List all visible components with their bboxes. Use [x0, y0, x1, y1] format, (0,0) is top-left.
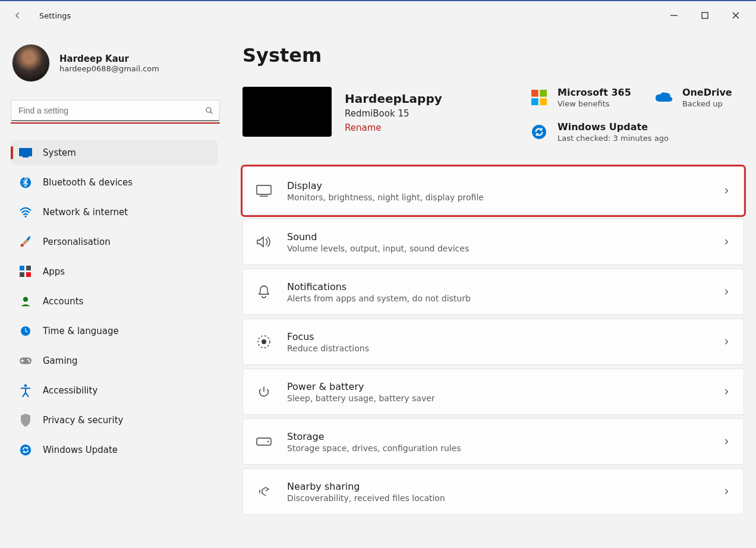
search-input[interactable]	[11, 100, 220, 121]
chevron-right-icon	[722, 187, 730, 195]
share-icon	[256, 484, 272, 499]
rename-link[interactable]: Rename	[345, 122, 442, 133]
service-title: Windows Update	[557, 121, 669, 133]
card-nearby-sharing[interactable]: Nearby sharing Discoverability, received…	[242, 468, 744, 515]
windows-update-icon	[530, 123, 548, 141]
device-model: RedmiBook 15	[345, 108, 442, 119]
sound-icon	[256, 234, 272, 250]
svg-point-20	[29, 361, 30, 363]
bluetooth-icon	[19, 176, 32, 189]
sidebar-item-time[interactable]: Time & language	[11, 319, 218, 344]
sidebar: Hardeep Kaur hardeep0688@gmail.com Syste…	[0, 30, 220, 548]
card-sub: Monitors, brightness, night light, displ…	[287, 193, 484, 202]
display-icon	[256, 183, 272, 199]
card-sound[interactable]: Sound Volume levels, output, input, soun…	[242, 219, 744, 265]
card-sub: Reduce distractions	[287, 344, 369, 353]
card-focus[interactable]: Focus Reduce distractions	[242, 319, 744, 365]
sidebar-item-label: Accounts	[43, 296, 83, 307]
svg-rect-7	[23, 156, 29, 158]
user-account[interactable]: Hardeep Kaur hardeep0688@gmail.com	[11, 40, 220, 93]
storage-icon	[256, 434, 272, 449]
minimize-button[interactable]	[667, 8, 681, 23]
shield-icon	[19, 414, 32, 427]
card-title: Power & battery	[287, 381, 435, 392]
svg-rect-24	[540, 90, 547, 97]
page-title: System	[242, 44, 744, 67]
sidebar-item-bluetooth[interactable]: Bluetooth & devices	[11, 170, 218, 195]
card-sub: Storage space, drives, configuration rul…	[287, 443, 461, 453]
person-icon	[19, 295, 32, 308]
sidebar-item-gaming[interactable]: Gaming	[11, 348, 218, 373]
svg-rect-14	[26, 272, 31, 277]
card-sub: Discoverability, received files location	[287, 493, 445, 503]
card-power[interactable]: Power & battery Sleep, battery usage, ba…	[242, 369, 744, 415]
svg-line-5	[210, 112, 212, 114]
svg-point-15	[23, 297, 28, 302]
sidebar-item-accounts[interactable]: Accounts	[11, 289, 218, 314]
device-thumbnail	[242, 87, 332, 137]
svg-rect-12	[26, 266, 31, 270]
chevron-right-icon	[722, 338, 730, 346]
service-sub: Last checked: 3 minutes ago	[557, 134, 669, 143]
onedrive-link[interactable]: OneDrive Backed up	[655, 87, 732, 108]
svg-point-27	[532, 125, 546, 139]
card-storage[interactable]: Storage Storage space, drives, configura…	[242, 418, 744, 465]
main-content: System HardeepLappy RedmiBook 15 Rename …	[220, 30, 756, 548]
card-title: Focus	[287, 331, 369, 342]
service-title: Microsoft 365	[557, 87, 631, 98]
search-underline	[11, 122, 220, 124]
clock-globe-icon	[19, 325, 32, 338]
svg-point-33	[267, 441, 269, 442]
sidebar-item-privacy[interactable]: Privacy & security	[11, 408, 218, 433]
sidebar-item-apps[interactable]: Apps	[11, 259, 218, 284]
power-icon	[256, 384, 272, 399]
gamepad-icon	[19, 354, 32, 367]
microsoft-365-link[interactable]: Microsoft 365 View benefits	[530, 87, 631, 108]
svg-rect-1	[702, 12, 708, 18]
service-title: OneDrive	[682, 87, 732, 98]
sidebar-item-network[interactable]: Network & internet	[11, 200, 218, 225]
chevron-right-icon	[722, 388, 730, 396]
sidebar-item-label: Apps	[43, 266, 65, 277]
svg-rect-28	[257, 185, 271, 194]
svg-rect-32	[257, 438, 271, 445]
card-title: Notifications	[287, 281, 471, 292]
service-sub: View benefits	[557, 99, 631, 108]
card-title: Sound	[287, 231, 469, 242]
windows-update-link[interactable]: Windows Update Last checked: 3 minutes a…	[530, 121, 742, 143]
microsoft-365-icon	[530, 89, 548, 106]
app-title: Settings	[39, 11, 71, 20]
sidebar-item-label: Gaming	[43, 355, 78, 366]
sidebar-item-label: Network & internet	[43, 207, 128, 218]
service-sub: Backed up	[682, 99, 732, 108]
svg-point-19	[27, 359, 29, 361]
search-icon[interactable]	[204, 106, 214, 115]
bell-icon	[256, 284, 272, 300]
system-icon	[19, 146, 32, 159]
sidebar-item-update[interactable]: Windows Update	[11, 437, 218, 462]
sidebar-item-label: Privacy & security	[43, 415, 123, 426]
card-title: Storage	[287, 431, 461, 442]
card-display[interactable]: Display Monitors, brightness, night ligh…	[242, 166, 744, 215]
card-sub: Sleep, battery usage, battery saver	[287, 393, 435, 403]
card-notifications[interactable]: Notifications Alerts from apps and syste…	[242, 269, 744, 315]
nav-list: System Bluetooth & devices Network & int…	[11, 140, 220, 467]
paintbrush-icon	[19, 235, 32, 248]
back-button[interactable]	[11, 8, 25, 23]
svg-rect-13	[20, 272, 24, 277]
svg-rect-6	[19, 148, 32, 156]
svg-rect-26	[540, 98, 547, 105]
maximize-button[interactable]	[698, 8, 712, 23]
sidebar-item-system[interactable]: System	[11, 140, 218, 165]
service-links: Microsoft 365 View benefits OneDrive Bac…	[530, 87, 744, 143]
sidebar-item-label: Personalisation	[43, 237, 111, 247]
settings-card-list: Display Monitors, brightness, night ligh…	[242, 166, 744, 515]
sidebar-item-accessibility[interactable]: Accessibility	[11, 378, 218, 403]
update-icon	[19, 443, 32, 456]
device-section: HardeepLappy RedmiBook 15 Rename Microso…	[242, 87, 744, 143]
sidebar-item-personalisation[interactable]: Personalisation	[11, 229, 218, 254]
focus-icon	[256, 334, 272, 349]
close-button[interactable]	[729, 8, 743, 23]
svg-point-21	[24, 384, 27, 387]
accessibility-icon	[19, 384, 32, 397]
